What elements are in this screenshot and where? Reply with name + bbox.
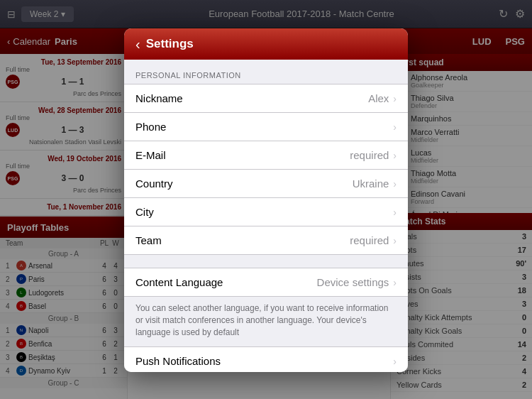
push-notifications-row[interactable]: Push Notifications ›	[124, 347, 408, 372]
chevron-right-icon: ›	[393, 277, 397, 288]
phone-label: Phone	[135, 121, 389, 133]
email-value: required	[350, 149, 389, 161]
email-row[interactable]: E-Mail required ›	[124, 141, 408, 170]
nickname-value: Alex	[368, 92, 389, 104]
content-language-value: Device settings	[317, 276, 389, 288]
team-value: required	[350, 234, 389, 246]
phone-row[interactable]: Phone ›	[124, 113, 408, 141]
language-description: You can select another language, if you …	[124, 297, 408, 346]
team-label: Team	[135, 234, 350, 246]
settings-body: PERSONAL INFORMATION Nickname Alex › Pho…	[124, 60, 408, 372]
nickname-row[interactable]: Nickname Alex ›	[124, 84, 408, 113]
country-value: Ukraine	[353, 177, 389, 190]
settings-header: ‹ Settings	[124, 28, 408, 60]
chevron-right-icon: ›	[393, 178, 397, 190]
settings-title: Settings	[146, 37, 194, 51]
push-notifications-group: Push Notifications ›	[124, 346, 408, 372]
chevron-right-icon: ›	[393, 93, 397, 104]
nickname-label: Nickname	[135, 92, 368, 104]
country-label: Country	[135, 177, 353, 190]
chevron-right-icon: ›	[393, 150, 397, 161]
city-row[interactable]: City ›	[124, 198, 408, 226]
chevron-right-icon: ›	[393, 121, 397, 133]
chevron-right-icon: ›	[393, 356, 397, 367]
settings-panel: ‹ Settings PERSONAL INFORMATION Nickname…	[124, 28, 408, 372]
personal-info-label: PERSONAL INFORMATION	[124, 60, 408, 84]
chevron-right-icon: ›	[393, 235, 397, 246]
chevron-right-icon: ›	[393, 207, 397, 218]
push-notifications-label: Push Notifications	[135, 355, 393, 367]
settings-overlay: ‹ Settings PERSONAL INFORMATION Nickname…	[0, 0, 532, 399]
email-label: E-Mail	[135, 149, 350, 161]
content-language-label: Content Language	[135, 276, 317, 288]
content-language-group: Content Language Device settings ›	[124, 268, 408, 297]
team-row[interactable]: Team required ›	[124, 226, 408, 254]
content-language-row[interactable]: Content Language Device settings ›	[124, 268, 408, 296]
city-label: City	[135, 206, 389, 218]
settings-back-button[interactable]: ‹	[135, 37, 140, 51]
country-row[interactable]: Country Ukraine ›	[124, 170, 408, 198]
personal-info-group: Nickname Alex › Phone › E-Mail required …	[124, 84, 408, 255]
